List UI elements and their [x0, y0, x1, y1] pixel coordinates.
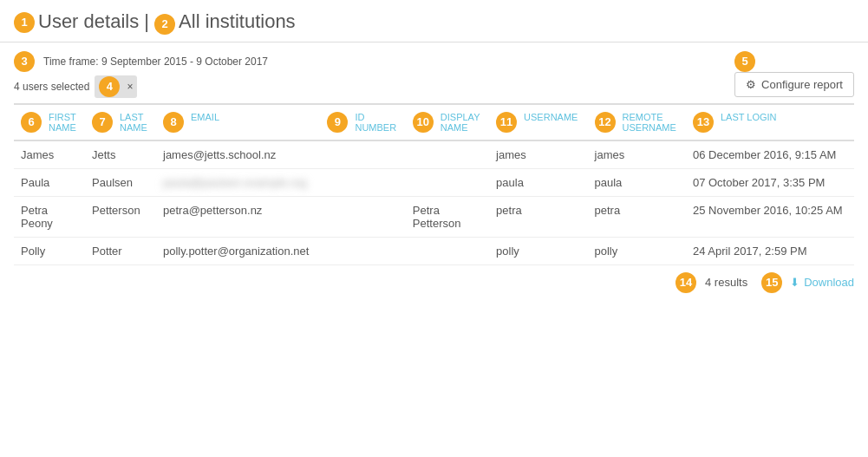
users-tag[interactable]: 4 × [95, 75, 137, 98]
cell-display_name-2: Petra Petterson [406, 196, 489, 237]
cell-email-0: james@jetts.school.nz [156, 140, 320, 169]
col-header-email: 8EMAIL [156, 104, 320, 140]
cell-username-1: paula [489, 168, 587, 196]
table-row: Petra PeonyPettersonpetra@petterson.nzPe… [14, 196, 854, 237]
col-label-username: USERNAME [524, 112, 578, 122]
badge-10: 10 [413, 112, 434, 133]
col-header-username: 11USERNAME [489, 104, 587, 140]
configure-btn-wrap: 5 ⚙ Configure report [734, 51, 854, 97]
cell-display_name-3 [406, 237, 489, 264]
col-label-first_name: FIRST NAME [49, 112, 76, 133]
cell-email-2: petra@petterson.nz [156, 196, 320, 237]
badge-15: 15 [761, 272, 782, 293]
cell-last_name-2: Petterson [85, 196, 156, 237]
badge-12: 12 [595, 112, 616, 133]
cell-first_name-3: Polly [14, 237, 85, 264]
page-header: 1 User details | 2All institutions [0, 0, 868, 42]
toolbar-left: 3 Time frame: 9 September 2015 - 9 Octob… [14, 51, 268, 98]
cell-last_login-3: 24 April 2017, 2:59 PM [686, 237, 854, 264]
col-label-email: EMAIL [191, 112, 219, 122]
badge-11: 11 [496, 112, 517, 133]
cell-last_name-1: Paulsen [85, 168, 156, 196]
badge-1: 1 [14, 12, 35, 33]
cell-display_name-1 [406, 168, 489, 196]
page-title: User details | 2All institutions [38, 10, 296, 35]
col-header-last_login: 13LAST LOGIN [686, 104, 854, 140]
col-header-remote_username: 12REMOTE USERNAME [588, 104, 686, 140]
col-label-remote_username: REMOTE USERNAME [623, 112, 676, 133]
title-part2: All institutions [179, 10, 296, 32]
badge-13: 13 [693, 112, 714, 133]
cell-username-2: petra [489, 196, 587, 237]
table-header-row: 6FIRST NAME7LAST NAME8EMAIL9ID NUMBER10D… [14, 104, 854, 140]
cell-id_number-0 [320, 140, 405, 169]
col-label-display_name: DISPLAY NAME [441, 112, 480, 133]
badge-5: 5 [734, 51, 755, 72]
table-row: PollyPotterpolly.potter@organization.net… [14, 237, 854, 264]
col-label-last_name: LAST NAME [120, 112, 147, 133]
configure-report-button[interactable]: ⚙ Configure report [734, 72, 854, 97]
toolbar: 3 Time frame: 9 September 2015 - 9 Octob… [0, 42, 868, 103]
tag-close-icon[interactable]: × [127, 81, 133, 93]
timeframe-row: 3 Time frame: 9 September 2015 - 9 Octob… [14, 51, 268, 72]
cell-email-1: paula@paulsen.example.org [156, 168, 320, 196]
col-header-first_name: 6FIRST NAME [14, 104, 85, 140]
title-part1: User details [38, 10, 139, 32]
badge-7: 7 [92, 112, 113, 133]
cell-last_name-3: Potter [85, 237, 156, 264]
cell-id_number-3 [320, 237, 405, 264]
cell-username-3: polly [489, 237, 587, 264]
table-row: PaulaPaulsenpaula@paulsen.example.orgpau… [14, 168, 854, 196]
badge-4: 4 [99, 76, 120, 97]
gear-icon: ⚙ [746, 78, 756, 91]
download-icon: ⬇ [790, 276, 799, 289]
cell-remote_username-2: petra [588, 196, 686, 237]
col-label-last_login: LAST LOGIN [721, 112, 777, 122]
badge-2: 2 [154, 14, 175, 35]
table-wrapper: 6FIRST NAME7LAST NAME8EMAIL9ID NUMBER10D… [0, 103, 868, 265]
title-separator: | [139, 10, 154, 32]
users-selected-label: 4 users selected [14, 81, 89, 93]
cell-remote_username-3: polly [588, 237, 686, 264]
col-label-id_number: ID NUMBER [355, 112, 396, 133]
table-row: JamesJettsjames@jetts.school.nzjamesjame… [14, 140, 854, 169]
cell-last_login-0: 06 December 2016, 9:15 AM [686, 140, 854, 169]
cell-first_name-0: James [14, 140, 85, 169]
cell-email-3: polly.potter@organization.net [156, 237, 320, 264]
users-selected-row: 4 users selected 4 × [14, 75, 268, 98]
badge-9: 9 [327, 112, 348, 133]
email-blurred: paula@paulsen.example.org [163, 176, 307, 189]
download-link[interactable]: 15 ⬇ Download [761, 272, 854, 293]
download-label: Download [804, 276, 854, 289]
badge-6: 6 [21, 112, 42, 133]
cell-first_name-1: Paula [14, 168, 85, 196]
cell-remote_username-1: paula [588, 168, 686, 196]
cell-username-0: james [489, 140, 587, 169]
cell-id_number-2 [320, 196, 405, 237]
cell-id_number-1 [320, 168, 405, 196]
table-footer: 14 4 results 15 ⬇ Download [0, 265, 868, 300]
configure-report-label: Configure report [761, 78, 843, 91]
cell-last_login-2: 25 November 2016, 10:25 AM [686, 196, 854, 237]
cell-last_name-0: Jetts [85, 140, 156, 169]
results-count: 14 4 results [675, 272, 747, 293]
cell-remote_username-0: james [588, 140, 686, 169]
timeframe-label: Time frame: 9 September 2015 - 9 October… [43, 55, 268, 68]
users-table: 6FIRST NAME7LAST NAME8EMAIL9ID NUMBER10D… [14, 103, 854, 265]
badge-3: 3 [14, 51, 35, 72]
cell-display_name-0 [406, 140, 489, 169]
col-header-id_number: 9ID NUMBER [320, 104, 405, 140]
col-header-last_name: 7LAST NAME [85, 104, 156, 140]
col-header-display_name: 10DISPLAY NAME [406, 104, 489, 140]
badge-14: 14 [675, 272, 696, 293]
badge-8: 8 [163, 112, 184, 133]
cell-first_name-2: Petra Peony [14, 196, 85, 237]
results-label: 4 results [705, 276, 747, 289]
cell-last_login-1: 07 October 2017, 3:35 PM [686, 168, 854, 196]
